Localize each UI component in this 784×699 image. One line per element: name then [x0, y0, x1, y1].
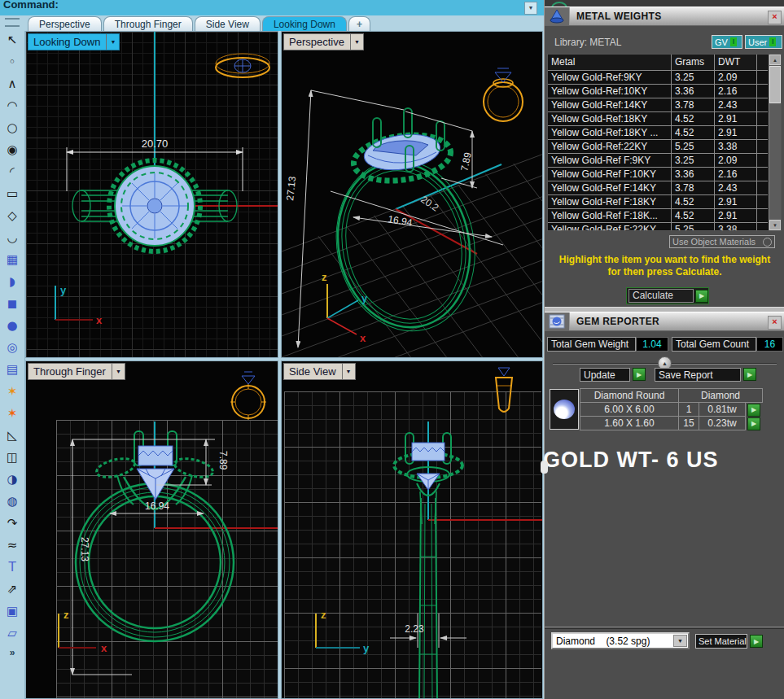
table-scrollbar[interactable]: ▲ ▼	[769, 55, 781, 230]
dimension-label: 20.70	[142, 138, 169, 150]
save-report-button[interactable]: Save Report	[655, 368, 741, 382]
ring-model-perspective	[321, 146, 490, 343]
freeform-curve-icon[interactable]: ◡	[2, 226, 23, 248]
table-row[interactable]: Yellow Gold-Ref F:9KY 3.25 2.09	[548, 154, 781, 168]
point-icon[interactable]: ◦	[2, 50, 23, 72]
viewport-looking-down-canvas[interactable]: 20.70 y x	[26, 32, 278, 358]
table-row[interactable]: Yellow Gold-Ref:10KY 3.36 2.16	[548, 85, 781, 98]
update-button[interactable]: Update	[580, 368, 630, 382]
table-row[interactable]: Yellow Gold-Ref F:18KY 4.52 2.91	[548, 195, 781, 209]
gem-table: Diamond Round Diamond 6.00 X 6.00 1 0.81…	[580, 389, 782, 430]
tab-through-finger[interactable]: Through Finger	[103, 16, 193, 31]
circle-icon[interactable]: ○	[2, 116, 23, 138]
table-row[interactable]: Yellow Gold-Ref:9KY 3.25 2.09	[548, 71, 781, 85]
rotate-icon[interactable]: ▱	[2, 622, 23, 644]
tab-looking-down[interactable]: Looking Down	[262, 16, 347, 31]
viewport-side-view-canvas[interactable]: 2.23 z y	[282, 361, 543, 699]
gem-reporter-icon	[545, 312, 570, 330]
close-icon[interactable]: ×	[768, 316, 782, 330]
use-object-materials-button[interactable]: Use Object Materials	[669, 235, 775, 248]
axis-indicator: z y	[316, 609, 370, 654]
viewport-title-side-view[interactable]: Side View ▼	[283, 363, 356, 380]
gv-toggle-button[interactable]: GV I	[712, 35, 742, 49]
new-tab-button[interactable]: +	[348, 16, 370, 31]
gem-row-run-icon[interactable]: ▶	[747, 417, 760, 430]
surface-patch-icon[interactable]: ▦	[2, 248, 23, 270]
torus-icon[interactable]: ◎	[2, 336, 23, 358]
viewport-perspective-canvas[interactable]: 27.13 7.89 16.94 20.2 z y x	[282, 32, 543, 358]
user-indicator: I	[769, 37, 776, 46]
text-icon[interactable]: T	[2, 556, 23, 578]
save-report-run-icon[interactable]: ▶	[743, 368, 756, 381]
viewport-through-finger[interactable]: Through Finger ▼	[25, 360, 278, 699]
gem-reporter-header[interactable]: GEM REPORTER ×	[545, 312, 784, 331]
viewport-title-perspective[interactable]: Perspective ▼	[283, 33, 364, 50]
axis-indicator: y x	[55, 284, 103, 326]
control-curve-icon[interactable]: ◠	[2, 94, 23, 116]
scroll-up-icon[interactable]: ▲	[769, 55, 781, 65]
swept-surface-icon[interactable]: ◗	[2, 270, 23, 292]
viewport-through-finger-canvas[interactable]: 27.13 7.89 16.94 z x	[26, 361, 278, 699]
viewport-perspective[interactable]: Perspective ▼	[281, 31, 543, 358]
table-row[interactable]: Yellow Gold-Ref:14KY 3.78 2.43	[548, 98, 781, 112]
command-history-dropdown[interactable]: ▼	[524, 2, 537, 15]
sphere-icon[interactable]: ●	[2, 314, 23, 336]
viewport-looking-down[interactable]: Looking Down ▼	[25, 31, 278, 358]
toolbar-grip-handle[interactable]	[5, 18, 20, 27]
table-row[interactable]: Yellow Gold-Ref:22KY 5.25 3.38	[548, 140, 781, 154]
table-row[interactable]: Yellow Gold-Ref F:18K... 4.52 2.91	[548, 209, 781, 223]
table-row[interactable]: Yellow Gold-Ref:18KY ... 4.52 2.91	[548, 126, 781, 140]
material-dropdown[interactable]: Diamond (3.52 spg) ▼	[551, 632, 690, 649]
scrollbar-thumb[interactable]	[769, 66, 781, 103]
mesh-surface-icon[interactable]: ▤	[2, 358, 23, 380]
toolbar-more-button[interactable]: »	[10, 647, 15, 658]
set-material-button[interactable]: Set Material	[695, 634, 747, 649]
tab-perspective[interactable]: Perspective	[28, 16, 102, 31]
set-material-run-icon[interactable]: ▶	[750, 635, 763, 648]
select-pointer-icon[interactable]: ↖	[2, 28, 23, 50]
chevron-down-icon: ▼	[350, 34, 363, 50]
gem-row-run-icon[interactable]: ▶	[747, 404, 760, 417]
table-row[interactable]: Yellow Gold-Ref F:10KY 3.36 2.16	[548, 168, 781, 181]
command-bar[interactable]: Command: ▼	[0, 0, 544, 16]
viewport-side-view[interactable]: Side View ▼	[281, 360, 543, 699]
ring-head-perspective	[351, 108, 453, 186]
scroll-down-icon[interactable]: ▼	[769, 220, 781, 230]
circle-pair-icon[interactable]: ◍	[2, 490, 23, 512]
panel-collapse-handle[interactable]	[541, 461, 548, 474]
array-icon[interactable]: ▣	[2, 600, 23, 622]
offset-curve-icon[interactable]: ≈	[2, 534, 23, 556]
table-row[interactable]: Yellow Gold-Ref:18KY 4.52 2.91	[548, 112, 781, 126]
box-icon[interactable]: ◼	[2, 292, 23, 314]
viewport-title-through-finger[interactable]: Through Finger ▼	[28, 363, 125, 380]
gem-table-header: Diamond Round Diamond	[580, 389, 782, 403]
explode-icon[interactable]: ✶	[2, 402, 23, 424]
gem-row[interactable]: 6.00 X 6.00 1 0.81tw ▶	[580, 403, 782, 417]
polygon-icon[interactable]: ◇	[2, 204, 23, 226]
ellipse-icon[interactable]: ◉	[2, 138, 23, 160]
close-icon[interactable]: ×	[768, 11, 782, 24]
gem-row[interactable]: 1.60 X 1.60 15 0.23tw ▶	[580, 417, 782, 430]
move-icon[interactable]: ⇗	[2, 578, 23, 600]
rectangle-icon[interactable]: ▭	[2, 182, 23, 204]
update-run-icon[interactable]: ▶	[633, 368, 646, 381]
polyline-icon[interactable]: ∧	[2, 72, 23, 94]
viewport-title-looking-down[interactable]: Looking Down ▼	[28, 33, 120, 50]
svg-text:y: y	[363, 642, 370, 654]
material-name: Diamond	[556, 636, 595, 647]
arc-icon[interactable]: ◜	[2, 160, 23, 182]
boolean-union-icon[interactable]: ✶	[2, 380, 23, 402]
split-icon[interactable]: ◫	[2, 446, 23, 468]
dimension-label: 20.2	[418, 194, 440, 214]
boolean-difference-icon[interactable]: ◑	[2, 468, 23, 490]
adjust-curve-icon[interactable]: ↷	[2, 512, 23, 534]
trim-icon[interactable]: ◺	[2, 424, 23, 446]
user-toggle-button[interactable]: User I	[745, 35, 782, 49]
chevron-down-icon[interactable]: ▼	[673, 635, 687, 647]
table-row[interactable]: Yellow Gold-Ref F:14KY 3.78 2.43	[548, 181, 781, 195]
radio-circle-icon	[763, 238, 772, 247]
tab-side-view[interactable]: Side View	[195, 16, 261, 31]
table-row[interactable]: Yellow Gold-Ref F:22KY 5.25 3.38	[548, 223, 781, 231]
metal-weights-header[interactable]: METAL WEIGHTS ×	[545, 7, 784, 26]
calculate-button[interactable]: Calculate ▶	[626, 287, 709, 304]
